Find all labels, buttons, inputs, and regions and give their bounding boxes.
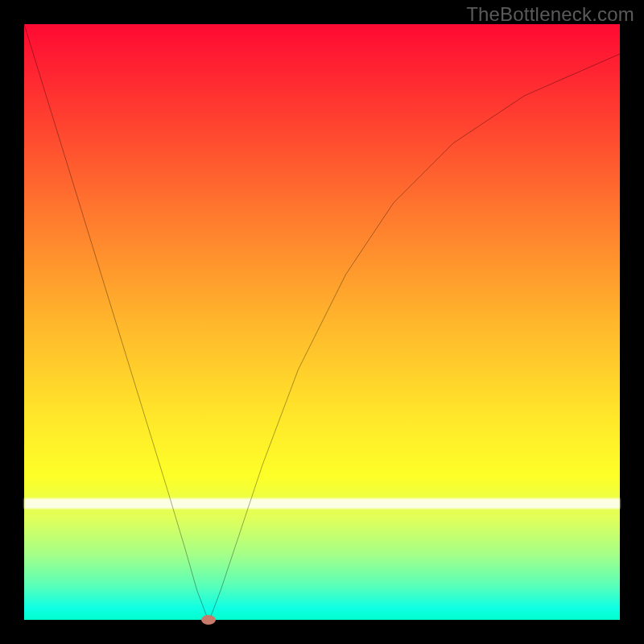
curve-path: [24, 24, 620, 620]
chart-frame: TheBottleneck.com: [0, 0, 644, 644]
watermark-text: TheBottleneck.com: [466, 3, 634, 26]
bottleneck-curve: [24, 24, 620, 620]
plot-area: [24, 24, 620, 620]
optimum-marker: [201, 615, 216, 625]
